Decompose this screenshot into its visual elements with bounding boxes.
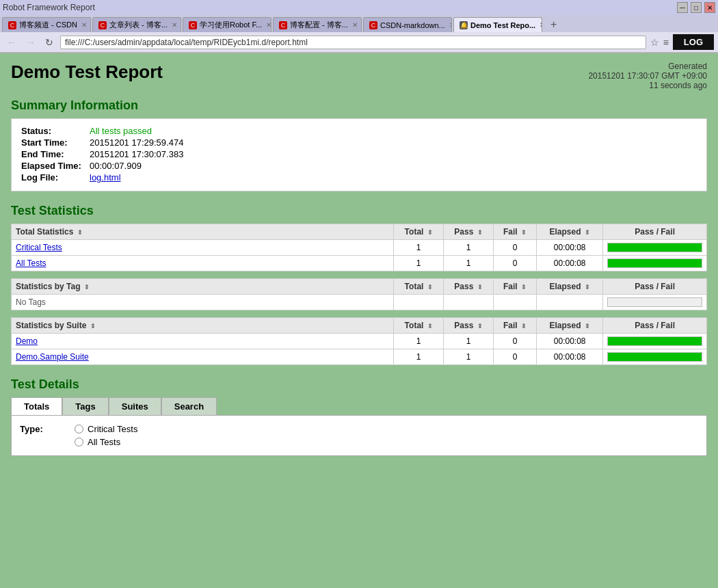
col-suite-stats-pass[interactable]: Pass ⇕ xyxy=(443,318,493,334)
radio-label-critical: Critical Tests xyxy=(88,424,137,434)
col-total-stats-pass[interactable]: Pass ⇕ xyxy=(443,224,493,240)
tab-totals[interactable]: Totals xyxy=(11,397,62,415)
row-fail: 0 xyxy=(493,240,536,256)
tab-close-4[interactable]: ✕ xyxy=(352,21,358,29)
tag-stats-header-row: Statistics by Tag ⇕ Total ⇕ Pass ⇕ Fail … xyxy=(12,279,707,295)
tab-favicon-3: C xyxy=(189,21,197,29)
tab-close-3[interactable]: ✕ xyxy=(266,21,271,29)
row-pass: 1 xyxy=(443,240,493,256)
row-name-link[interactable]: All Tests xyxy=(12,256,394,271)
row-elapsed: 00:00:08 xyxy=(537,256,603,271)
col-tag-stats-passfail: Pass / Fail xyxy=(603,279,707,295)
tab-suites[interactable]: Suites xyxy=(109,397,161,415)
tab-6[interactable]: 🔔 Demo Test Repo... ✕ xyxy=(453,17,542,32)
generated-date: 20151201 17:30:07 GMT +09:00 xyxy=(588,71,707,81)
back-button[interactable]: ← xyxy=(4,36,19,49)
col-tag-stats-fail[interactable]: Fail ⇕ xyxy=(493,279,536,295)
tab-tags[interactable]: Tags xyxy=(62,397,108,415)
maximize-button[interactable]: □ xyxy=(691,2,702,13)
log-button[interactable]: LOG xyxy=(673,34,714,50)
menu-icon[interactable]: ≡ xyxy=(663,37,669,48)
generated-ago: 11 seconds ago xyxy=(588,81,707,90)
window-controls: ─ □ ✕ xyxy=(677,2,715,13)
generated-info: Generated 20151201 17:30:07 GMT +09:00 1… xyxy=(588,62,707,90)
tab-5[interactable]: C CSDN-markdown... ✕ xyxy=(363,17,452,32)
summary-row-start: Start Time: 20151201 17:29:59.474 xyxy=(21,137,697,148)
radio-critical-tests[interactable]: Critical Tests xyxy=(75,424,137,434)
radio-circle-critical xyxy=(75,425,83,433)
table-row: All Tests11000:00:08 xyxy=(12,256,707,271)
sort-icon-pass: ⇕ xyxy=(477,229,483,236)
summary-row-status: Status: All tests passed xyxy=(21,126,697,136)
suite-stats-container: Statistics by Suite ⇕ Total ⇕ Pass ⇕ Fai… xyxy=(11,317,707,365)
col-suite-stats-total[interactable]: Total ⇕ xyxy=(394,318,444,334)
row-total: 1 xyxy=(394,256,444,271)
tab-close-5[interactable]: ✕ xyxy=(449,21,452,29)
reload-button[interactable]: ↻ xyxy=(42,36,56,49)
tab-4[interactable]: C 博客配置 - 博客... ✕ xyxy=(273,17,362,32)
tab-bar: C 博客频道 - CSDN ✕ C 文章列表 - 博客... ✕ C 学习使用R… xyxy=(0,15,718,32)
sort-icon-tag-total: ⇕ xyxy=(427,284,433,291)
row-total: 1 xyxy=(394,349,444,365)
sort-icon-suite-name: ⇕ xyxy=(90,323,96,330)
row-fail: 0 xyxy=(493,334,536,349)
nav-icons: ☆ ≡ xyxy=(650,37,669,48)
tab-label-2: 文章列表 - 博客... xyxy=(109,20,168,30)
page-content: Demo Test Report Generated 20151201 17:3… xyxy=(0,53,718,532)
summary-value-log[interactable]: log.html xyxy=(90,172,121,183)
col-tag-stats-elapsed[interactable]: Elapsed ⇕ xyxy=(537,279,603,295)
minimize-button[interactable]: ─ xyxy=(677,2,688,13)
col-total-stats-total[interactable]: Total ⇕ xyxy=(394,224,444,240)
total-stats-header-row: Total Statistics ⇕ Total ⇕ Pass ⇕ Fail ⇕… xyxy=(12,224,707,240)
sort-icon-suite-elapsed: ⇕ xyxy=(585,323,590,330)
sort-icon-total: ⇕ xyxy=(427,229,433,236)
table-row: No Tags xyxy=(12,295,707,310)
col-total-stats-elapsed[interactable]: Elapsed ⇕ xyxy=(537,224,603,240)
detail-tabs-row: Totals Tags Suites Search xyxy=(11,397,707,415)
tab-close-1[interactable]: ✕ xyxy=(81,21,87,29)
col-total-stats-name[interactable]: Total Statistics ⇕ xyxy=(12,224,394,240)
total-stats-container: Total Statistics ⇕ Total ⇕ Pass ⇕ Fail ⇕… xyxy=(11,224,707,271)
radio-all-tests[interactable]: All Tests xyxy=(75,437,137,447)
generated-label: Generated xyxy=(588,62,707,71)
col-suite-stats-passfail: Pass / Fail xyxy=(603,318,707,334)
col-tag-stats-pass[interactable]: Pass ⇕ xyxy=(443,279,493,295)
suite-stats-table: Statistics by Suite ⇕ Total ⇕ Pass ⇕ Fai… xyxy=(11,317,707,365)
tab-close-6[interactable]: ✕ xyxy=(540,21,542,29)
table-row: Demo.Sample Suite11000:00:08 xyxy=(12,349,707,365)
forward-button[interactable]: → xyxy=(23,36,38,49)
tab-label-4: 博客配置 - 博客... xyxy=(290,20,348,30)
sort-icon-suite-total: ⇕ xyxy=(427,323,433,330)
row-name-link[interactable]: Critical Tests xyxy=(12,240,394,256)
close-button[interactable]: ✕ xyxy=(704,2,715,13)
tab-3[interactable]: C 学习使用Robot F... ✕ xyxy=(183,17,271,32)
tab-favicon-4: C xyxy=(279,21,287,29)
row-pass-fail-bar xyxy=(603,240,707,256)
tab-close-2[interactable]: ✕ xyxy=(172,21,177,29)
table-row: Demo11000:00:08 xyxy=(12,334,707,349)
row-total: 1 xyxy=(394,240,444,256)
tab-1[interactable]: C 博客频道 - CSDN ✕ xyxy=(2,17,91,32)
sort-icon-suite-pass: ⇕ xyxy=(477,323,483,330)
row-name-link[interactable]: Demo.Sample Suite xyxy=(12,349,394,365)
col-suite-stats-fail[interactable]: Fail ⇕ xyxy=(493,318,536,334)
col-tag-stats-name[interactable]: Statistics by Tag ⇕ xyxy=(12,279,394,295)
summary-label-elapsed: Elapsed Time: xyxy=(21,161,90,171)
tab-favicon-2: C xyxy=(98,21,107,29)
test-details-title: Test Details xyxy=(11,377,707,392)
address-bar[interactable] xyxy=(60,36,646,49)
new-tab-button[interactable]: + xyxy=(546,17,561,32)
col-total-stats-fail[interactable]: Fail ⇕ xyxy=(493,224,536,240)
summary-section-title: Summary Information xyxy=(11,98,707,113)
col-tag-stats-total[interactable]: Total ⇕ xyxy=(394,279,444,295)
row-fail: 0 xyxy=(493,349,536,365)
page-header: Demo Test Report Generated 20151201 17:3… xyxy=(11,62,707,90)
tab-search[interactable]: Search xyxy=(161,397,217,415)
summary-label-status: Status: xyxy=(21,126,90,136)
sort-icon-suite-fail: ⇕ xyxy=(521,323,527,330)
bookmark-icon[interactable]: ☆ xyxy=(650,37,659,48)
col-suite-stats-name[interactable]: Statistics by Suite ⇕ xyxy=(12,318,394,334)
tab-2[interactable]: C 文章列表 - 博客... ✕ xyxy=(92,17,181,32)
col-suite-stats-elapsed[interactable]: Elapsed ⇕ xyxy=(537,318,603,334)
row-name-link[interactable]: Demo xyxy=(12,334,394,349)
